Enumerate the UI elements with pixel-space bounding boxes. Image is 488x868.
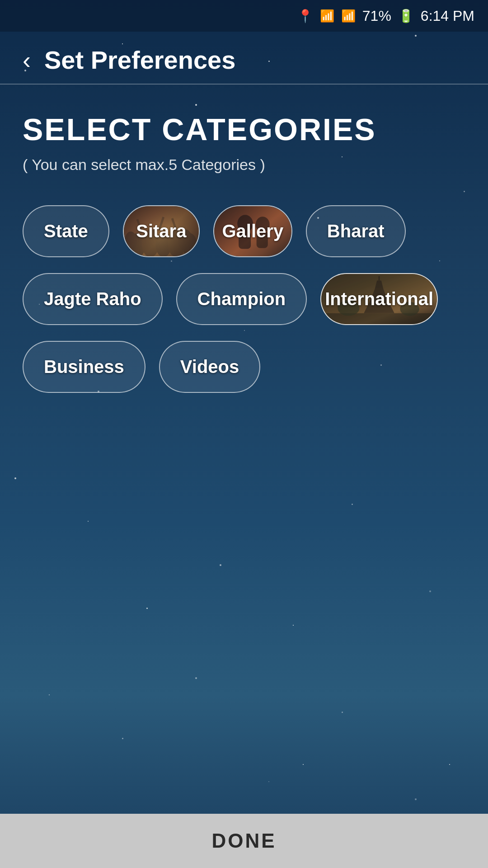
header: ‹ Set Preferences: [0, 32, 488, 84]
category-chip-state[interactable]: State: [23, 205, 109, 257]
category-chip-business[interactable]: Business: [23, 341, 145, 393]
chip-label-sitara: Sitara: [136, 221, 186, 241]
chip-label-bharat: Bharat: [327, 221, 385, 241]
section-title: SELECT CATEGORIES: [23, 112, 465, 147]
category-chip-jagte-raho[interactable]: Jagte Raho: [23, 273, 163, 325]
signal-icon: 📶: [341, 9, 356, 23]
chip-label-international: International: [325, 289, 433, 309]
category-chip-sitara[interactable]: Sitara: [123, 205, 200, 257]
svg-point-5: [125, 231, 137, 250]
category-chip-videos[interactable]: Videos: [159, 341, 260, 393]
location-icon: 📍: [297, 9, 313, 24]
category-row-2: Jagte Raho Champion: [23, 273, 465, 325]
category-row-1: State: [23, 205, 465, 257]
chip-label-gallery: Gallery: [222, 221, 283, 241]
done-label: DONE: [211, 830, 276, 852]
back-button[interactable]: ‹: [23, 48, 31, 72]
chip-label-jagte-raho: Jagte Raho: [44, 289, 141, 309]
main-content: SELECT CATEGORIES ( You can select max.5…: [0, 85, 488, 420]
category-chip-champion[interactable]: Champion: [176, 273, 307, 325]
categories-container: State: [23, 205, 465, 393]
category-chip-gallery[interactable]: Gallery: [213, 205, 292, 257]
wifi-icon: 📶: [320, 9, 334, 23]
clock: 6:14 PM: [421, 8, 474, 24]
category-chip-international[interactable]: International: [320, 273, 438, 325]
chip-label-videos: Videos: [180, 357, 239, 377]
svg-rect-15: [323, 313, 436, 324]
chip-label-state: State: [44, 221, 88, 241]
done-button[interactable]: DONE: [0, 814, 488, 868]
page-title: Set Preferences: [44, 45, 235, 75]
battery-percent: 71%: [362, 8, 391, 24]
status-icons: 📍 📶 📶 71% 🔋 6:14 PM: [297, 8, 474, 24]
category-chip-bharat[interactable]: Bharat: [306, 205, 406, 257]
battery-icon: 🔋: [398, 9, 414, 24]
section-subtitle: ( You can select max.5 Categories ): [23, 156, 465, 174]
chip-label-business: Business: [44, 357, 124, 377]
status-bar: 📍 📶 📶 71% 🔋 6:14 PM: [0, 0, 488, 32]
category-row-3: Business Videos: [23, 341, 465, 393]
chip-label-champion: Champion: [197, 289, 286, 309]
